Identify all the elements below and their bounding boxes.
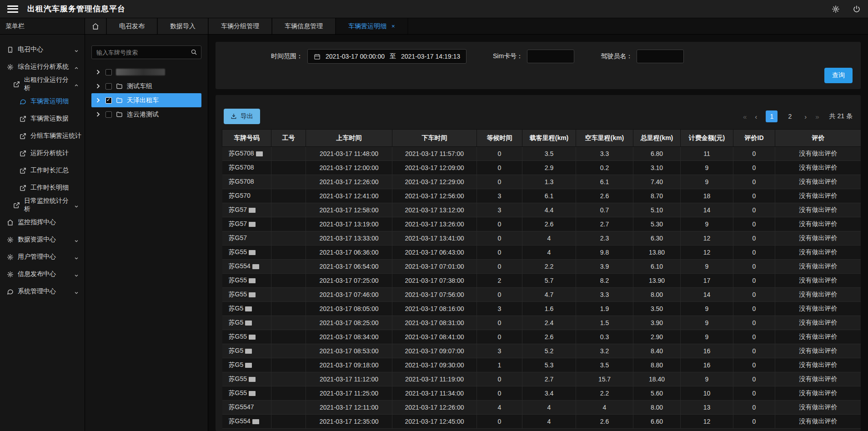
page-numbers: 12 — [766, 110, 796, 122]
tab-item[interactable]: 车辆分组管理 — [209, 18, 272, 34]
rating_id-cell: 0 — [733, 147, 775, 161]
tree-checkbox[interactable] — [105, 97, 112, 104]
menu-toggle-icon[interactable] — [7, 5, 18, 13]
alight-cell: 2021-03-17 09:07:00 — [392, 344, 477, 358]
column-header: 上车时间 — [306, 130, 392, 147]
chevron-right-icon — [95, 69, 101, 75]
tab-item[interactable]: 电召发布 — [107, 18, 158, 34]
page-number[interactable]: 2 — [784, 110, 796, 122]
tree-checkbox[interactable] — [105, 83, 112, 90]
empty_km-cell: 0.2 — [576, 161, 633, 175]
query-button[interactable]: 查询 — [824, 68, 853, 83]
sim-input[interactable] — [527, 50, 574, 63]
power-icon[interactable] — [853, 5, 861, 13]
time-range-picker[interactable]: 2021-03-17 00:00:00 至 2021-03-17 14:19:1… — [307, 49, 467, 64]
settings-gear-icon[interactable] — [832, 5, 840, 13]
chevron-right-icon — [95, 97, 101, 104]
external-link-icon — [20, 133, 26, 140]
search-icon[interactable] — [191, 49, 197, 55]
tree-node-label: 连云港测试 — [127, 110, 159, 119]
sidebar-item[interactable]: 工作时长汇总 — [0, 162, 85, 179]
plate-search-input[interactable] — [91, 45, 201, 59]
tree-node[interactable]: 测试车组 — [91, 79, 201, 93]
app-title: 出租汽车服务管理信息平台 — [27, 4, 125, 14]
tab-item[interactable]: 车辆营运明细× — [336, 18, 408, 34]
plate-text: 苏G570 — [229, 192, 251, 199]
chevron-up-icon — [74, 82, 79, 86]
tree-node[interactable]: 连云港测试 — [91, 107, 201, 121]
tab-item[interactable]: 数据导入 — [158, 18, 209, 34]
next-page-icon[interactable]: › — [804, 113, 807, 120]
rating_id-cell: 0 — [733, 358, 775, 372]
vehicle-tree: 测试车组天泽出租车连云港测试 — [91, 65, 201, 121]
menu-bar-label: 菜单栏 — [0, 18, 85, 34]
total_km-cell: 6.80 — [633, 147, 681, 161]
plate-text: 苏G5 — [229, 319, 244, 326]
sidebar-item-label: 工作时长汇总 — [30, 166, 69, 175]
loaded_km-cell: 2.2 — [522, 260, 576, 274]
plate-text: 苏G55 — [229, 375, 247, 382]
rating_id-cell: 0 — [733, 386, 775, 401]
board-cell: 2021-03-17 13:33:00 — [306, 231, 392, 246]
tab-close-icon[interactable]: × — [391, 23, 395, 30]
sidebar-item[interactable]: 用户管理中心 — [0, 248, 85, 266]
home-icon — [92, 23, 99, 30]
redacted-chip — [249, 391, 256, 396]
sidebar-item[interactable]: 工作时长明细 — [0, 179, 85, 196]
sidebar-item[interactable]: 系统管理中心 — [0, 283, 85, 300]
fee-cell: 9 — [681, 330, 733, 344]
sidebar-item[interactable]: 车辆营运明细 — [0, 93, 85, 110]
sidebar-item[interactable]: 日常监控统计分析 — [0, 196, 85, 214]
sidebar-item[interactable]: 综合运行分析系统 — [0, 58, 85, 75]
tab-home[interactable] — [85, 18, 107, 34]
sidebar-item[interactable]: 电召中心 — [0, 41, 85, 58]
rating-cell: 没有做出评价 — [775, 358, 861, 372]
plate-search — [91, 45, 201, 59]
tree-node[interactable]: 天泽出租车 — [91, 93, 201, 107]
plate-text: 苏G5547 — [229, 403, 254, 411]
plate-cell: 苏G554 — [222, 260, 271, 274]
sidebar-item-label: 电召中心 — [18, 45, 43, 54]
sidebar-item[interactable]: 出租行业运行分析 — [0, 75, 85, 93]
table-header-row: 车牌号码工号上车时间下车时间等候时间载客里程(km)空车里程(km)总里程(km… — [222, 130, 861, 147]
wait-cell: 2 — [477, 274, 522, 288]
fee-cell: 9 — [681, 260, 733, 274]
total_km-cell: 6.10 — [633, 260, 681, 274]
wait-cell: 0 — [477, 386, 522, 401]
sidebar-item-label: 综合运行分析系统 — [18, 63, 69, 71]
column-header: 等候时间 — [477, 130, 522, 147]
sidebar-item[interactable]: 车辆营运数据 — [0, 110, 85, 127]
plate-cell: 苏G55 — [222, 246, 271, 260]
rating-cell: 没有做出评价 — [775, 344, 861, 358]
empty_km-cell: 0.3 — [576, 330, 633, 344]
rating-cell: 没有做出评价 — [775, 330, 861, 344]
tab-item[interactable]: 车辆信息管理 — [272, 18, 336, 34]
tree-checkbox[interactable] — [105, 69, 112, 75]
total_km-cell: 8.80 — [633, 358, 681, 372]
plate-cell: 苏G55 — [222, 288, 271, 302]
column-header: 评价 — [775, 130, 861, 147]
plate-cell: 苏G55 — [222, 274, 271, 288]
alight-cell: 2021-03-17 07:56:00 — [392, 288, 477, 302]
time-to-label: 至 — [390, 52, 396, 60]
fee-cell: 10 — [681, 386, 733, 401]
tablet-icon — [7, 46, 14, 53]
chat-icon — [20, 98, 26, 105]
sidebar-item[interactable]: 分组车辆营运统计 — [0, 127, 85, 145]
last-page-icon[interactable]: » — [815, 113, 818, 120]
rating-cell: 没有做出评价 — [775, 316, 861, 330]
sidebar-item[interactable]: 运距分析统计 — [0, 145, 85, 162]
tree-node[interactable] — [91, 65, 201, 79]
tree-checkbox[interactable] — [105, 111, 112, 118]
board-cell: 2021-03-17 08:34:00 — [306, 330, 392, 344]
page-number[interactable]: 1 — [766, 110, 778, 122]
redacted-chip — [249, 208, 256, 213]
first-page-icon[interactable]: « — [743, 113, 746, 120]
sidebar-item[interactable]: 监控指挥中心 — [0, 214, 85, 231]
rating_id-cell: 0 — [733, 217, 775, 231]
sidebar-item[interactable]: 信息发布中心 — [0, 266, 85, 283]
export-button[interactable]: 导出 — [224, 109, 260, 124]
driver-input[interactable] — [637, 50, 684, 63]
prev-page-icon[interactable]: ‹ — [755, 113, 757, 120]
sidebar-item[interactable]: 数据资源中心 — [0, 231, 85, 248]
